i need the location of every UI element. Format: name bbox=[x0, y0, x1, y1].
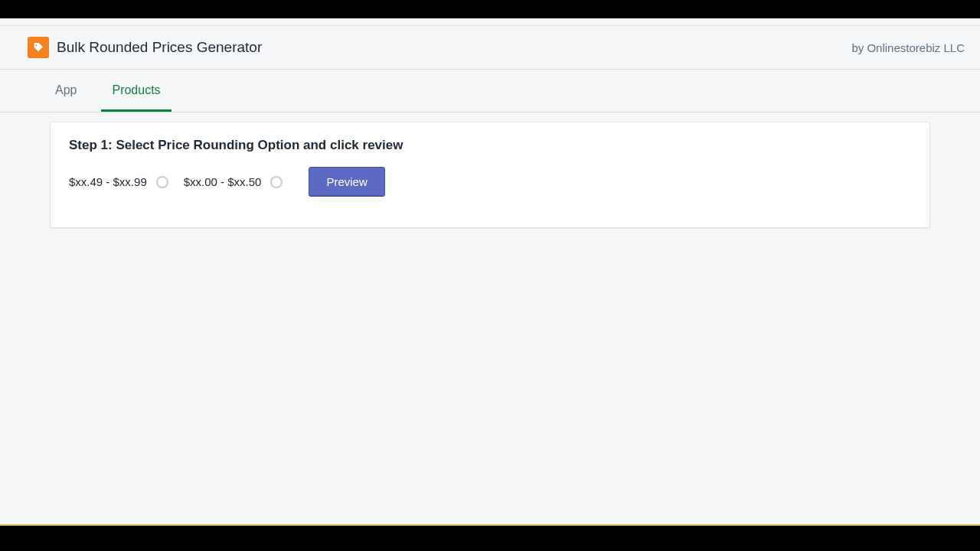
app-title: Bulk Rounded Prices Generator bbox=[57, 39, 262, 56]
bottom-black-bar bbox=[0, 526, 980, 551]
app-header: Bulk Rounded Prices Generator by Onlines… bbox=[0, 26, 980, 70]
tab-products[interactable]: Products bbox=[101, 70, 171, 112]
tab-app[interactable]: App bbox=[44, 70, 87, 112]
thin-divider bbox=[0, 18, 980, 26]
preview-button[interactable]: Preview bbox=[309, 167, 384, 197]
header-left: Bulk Rounded Prices Generator bbox=[28, 37, 262, 58]
options-row: $xx.49 - $xx.99 $xx.00 - $xx.50 Preview bbox=[69, 167, 911, 197]
svg-point-0 bbox=[35, 44, 37, 46]
option-1-label: $xx.49 - $xx.99 bbox=[69, 175, 147, 188]
tabs-bar: App Products bbox=[0, 70, 980, 112]
step-title: Step 1: Select Price Rounding Option and… bbox=[69, 138, 911, 153]
step-card: Step 1: Select Price Rounding Option and… bbox=[51, 122, 929, 227]
app-byline: by Onlinestorebiz LLC bbox=[851, 41, 965, 54]
app-tag-icon bbox=[28, 37, 49, 58]
option-1-radio[interactable] bbox=[156, 176, 168, 188]
top-black-bar bbox=[0, 0, 980, 18]
option-2-label: $xx.00 - $xx.50 bbox=[184, 175, 262, 188]
main-content: Step 1: Select Price Rounding Option and… bbox=[0, 112, 980, 227]
option-2-radio[interactable] bbox=[270, 176, 283, 188]
